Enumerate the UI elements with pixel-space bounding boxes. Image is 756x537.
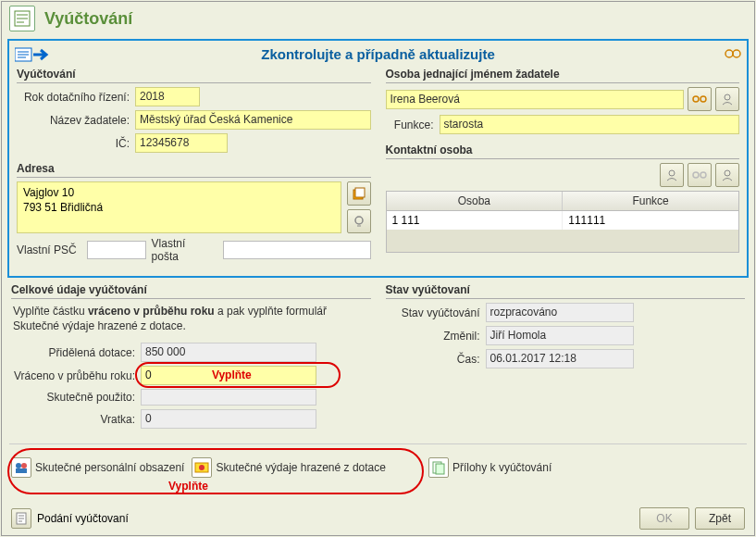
psc-label: Vlastní PSČ [17,244,81,256]
vyuctovani-title: Vyúčtování [17,68,371,83]
cas-label: Čas: [386,353,486,366]
pouzito-label: Skutečně použito: [11,391,141,404]
adresa-box: Vajglov 10 793 51 Břidličná [17,181,341,233]
people-icon [11,457,31,478]
stav-label: Stav vyúčtování [386,306,486,319]
window-title: Vyúčtování [44,9,132,29]
vyuctovani-group: Vyúčtování Rok dotačního řízení: 2018 Ná… [13,68,375,156]
window-root: Vyúčtování Zkontrolujte a případně aktua… [1,1,755,536]
nazev-value: Městský úřad Česká Kamenice [135,110,371,130]
kontakt-title: Kontaktní osoba [386,144,740,159]
adresa-group: Adresa Vajglov 10 793 51 Břidličná [13,162,375,267]
attachment-icon [428,457,449,478]
separator [9,443,747,444]
review-banner: Zkontrolujte a případně aktualizujte [13,44,743,68]
ic-value: 12345678 [135,133,228,153]
funkce-value: starosta [440,115,740,134]
podani-label[interactable]: Podání vyúčtovaní [37,512,129,525]
money-icon [192,457,212,478]
kontakt-cell-funkce: 111111 [563,211,738,230]
table-empty [387,230,739,252]
osoba-search-button[interactable] [688,87,712,111]
stav-value: rozpracováno [486,303,634,322]
address-map-button[interactable] [347,209,371,233]
svg-rect-27 [436,464,444,474]
osoba-edit-button[interactable] [715,87,739,111]
link-prilohy[interactable]: Přílohy k vyúčtování [428,457,552,478]
adresa-line1: Vajglov 10 [23,186,335,201]
footer: Podání vyúčtovaní OK Zpět [2,507,754,530]
link-bar: Skutečné personální obsazení Skutečné vý… [11,454,749,481]
window-header: Vyúčtování [2,2,754,35]
svg-point-17 [669,170,675,176]
nazev-label: Název žadatele: [17,114,135,127]
zmenil-value: Jiří Homola [486,326,634,345]
pridelena-value: 850 000 [141,343,316,362]
celkove-hint: Vyplňte částku vráceno v průběhu roku a … [7,303,375,339]
kontakt-group: Kontaktní osoba O [382,144,744,256]
celkove-title: Celkové údaje vyúčtování [11,283,371,299]
link-vydaje-label: Skutečné výdaje hrazené z dotace [216,461,385,474]
zmenil-label: Změnil: [386,330,486,343]
osoba-title: Osoba jednající jménem žadatele [386,68,740,83]
vraceno-input[interactable]: 0 Vyplňte [141,366,316,385]
posta-input[interactable] [223,241,371,259]
form-icon [9,6,35,31]
link-personal-label: Skutečné personální obsazení [35,461,184,474]
osoba-name: Irena Beerová [386,90,685,109]
kontakt-col-osoba: Osoba [387,192,564,210]
svg-point-18 [693,172,699,178]
stav-group: Stav vyúčtovaní Stav vyúčtování rozpraco… [382,283,750,372]
link-vydaje[interactable]: Skutečné výdaje hrazené z dotace [192,457,385,478]
vratka-label: Vratka: [11,413,141,426]
svg-point-16 [725,94,730,100]
svg-point-25 [199,465,204,470]
adresa-line2: 793 51 Břidličná [23,201,335,216]
osoba-group: Osoba jednající jménem žadatele Irena Be… [382,68,744,138]
posta-label: Vlastní pošta [152,237,217,263]
podani-icon[interactable] [11,508,31,529]
psc-input[interactable] [87,241,146,259]
funkce-label: Funkce: [386,119,440,131]
vraceno-label: Vráceno v průběhu roku: [11,369,141,382]
kontakt-col-funkce: Funkce [563,192,738,210]
address-edit-button[interactable] [347,181,371,206]
review-panel: Zkontrolujte a případně aktualizujte Vyú… [7,39,749,278]
vyplnte-label: Vyplňte [152,368,312,381]
svg-rect-12 [355,188,365,197]
adresa-title: Adresa [17,162,371,178]
rok-label: Rok dotačního řízení: [17,91,135,104]
svg-point-21 [16,463,21,468]
ic-label: IČ: [17,137,135,150]
rok-value: 2018 [135,87,200,106]
pridelena-label: Přidělená dotace: [11,346,141,359]
svg-rect-23 [16,468,27,473]
arrow-icon [15,46,52,63]
kontakt-add-button[interactable] [660,163,684,187]
kontakt-edit-button[interactable] [715,163,739,187]
svg-point-8 [725,50,733,57]
pouzito-value [141,389,316,406]
cas-value: 06.01.2017 12:18 [486,349,634,368]
glasses-icon[interactable] [725,46,741,59]
celkove-group: Celkové údaje vyúčtování Vyplňte částku … [7,283,375,432]
stav-title: Stav vyúčtovaní [386,283,746,299]
svg-point-14 [693,96,699,102]
svg-point-15 [700,96,706,102]
vyplnte-links-label: Vyplňte [168,480,208,493]
svg-point-13 [355,217,363,224]
kontakt-table[interactable]: Osoba Funkce 1 111 111111 [386,191,740,253]
link-personal[interactable]: Skutečné personální obsazení [11,457,184,478]
svg-point-19 [700,172,706,178]
svg-point-9 [733,50,740,57]
table-row[interactable]: 1 111 111111 [387,211,739,230]
vratka-value: 0 [141,409,316,429]
svg-point-20 [725,170,730,176]
kontakt-cell-osoba: 1 111 [387,211,564,230]
kontakt-search-button[interactable] [688,163,712,187]
ok-button[interactable]: OK [639,507,689,530]
back-button[interactable]: Zpět [695,507,745,530]
svg-point-22 [21,463,27,468]
link-prilohy-label: Přílohy k vyúčtování [452,461,552,474]
